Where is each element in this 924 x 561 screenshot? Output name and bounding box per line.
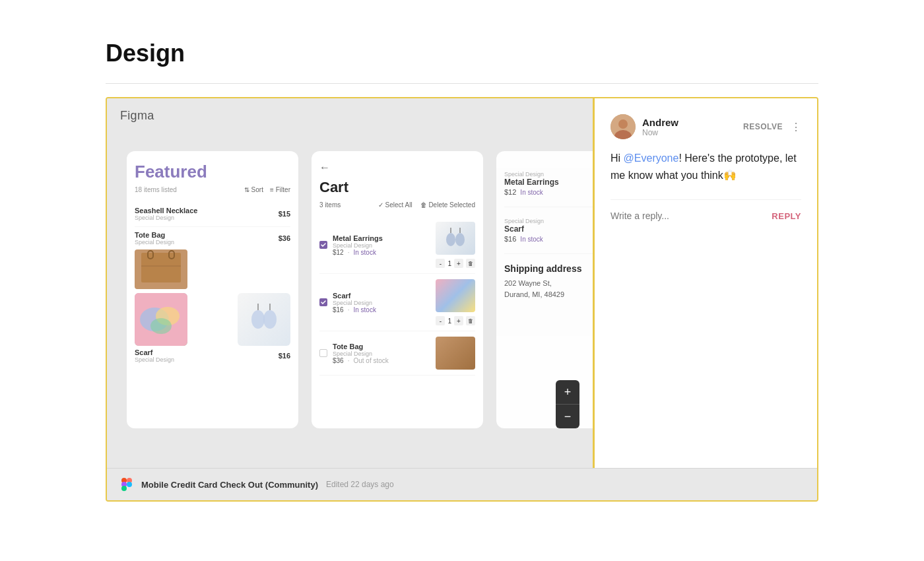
cart-item-price-row-tote: $36 · Out of stock <box>333 357 430 364</box>
comment-author-section: Andrew Now <box>610 114 678 139</box>
qty-value-earrings: 1 <box>447 260 451 267</box>
earrings-cart-image <box>436 222 475 255</box>
partial-item-earrings: Special Design Metal Earrings $12 In sto… <box>504 160 593 207</box>
qty-minus-earrings[interactable]: - <box>436 259 445 268</box>
shipping-title: Shipping address <box>504 263 593 274</box>
partial-name-scarf: Scarf <box>504 224 544 234</box>
author-name: Andrew <box>642 117 678 128</box>
product-info-necklace: Seashell Necklace Special Design <box>135 207 197 221</box>
cart-item-earrings: Metal Earrings Special Design $12 · In s… <box>319 216 475 274</box>
qty-plus-earrings[interactable]: + <box>454 259 463 268</box>
card-top: Figma Featured 18 items listed ⇅ Sort <box>107 98 817 468</box>
svg-point-13 <box>446 233 455 246</box>
svg-point-14 <box>455 233 465 246</box>
comment-mention[interactable]: @Everyone <box>624 152 679 164</box>
product-name-necklace: Seashell Necklace <box>135 207 197 214</box>
shipping-section: Shipping address 202 Wayne St, Durand, M… <box>504 254 593 309</box>
cart-back-icon[interactable]: ← <box>319 162 475 174</box>
comment-header: Andrew Now RESOLVE ⋮ <box>610 114 801 139</box>
svg-rect-1 <box>141 253 181 282</box>
partial-brand-scarf: Special Design <box>504 218 544 224</box>
filter-icon: ≡ <box>270 186 274 193</box>
cart-item-details-scarf: Scarf Special Design $16 · In stock <box>333 292 430 314</box>
cart-count: 3 items <box>319 201 341 209</box>
featured-actions: ⇅ Sort ≡ Filter <box>244 186 290 193</box>
partial-item-scarf: Special Design Scarf $16 In stock <box>504 207 593 254</box>
cart-checkbox-tote[interactable] <box>319 349 327 357</box>
figma-file-icon <box>120 478 133 491</box>
delete-selected-button[interactable]: 🗑 Delete Selected <box>420 201 475 209</box>
comment-body: Hi @Everyone! Here's the prototype, let … <box>610 150 801 183</box>
zoom-out-button[interactable]: − <box>556 405 579 428</box>
cart-item-stock-earrings: In stock <box>353 249 376 256</box>
product-tag-tote: Special Design <box>135 239 174 246</box>
footer-edit: Edited 22 days ago <box>326 480 394 489</box>
cart-item-stock-tote: Out of stock <box>353 357 388 364</box>
figma-area[interactable]: Figma Featured 18 items listed ⇅ Sort <box>107 98 593 468</box>
svg-point-10 <box>263 310 277 329</box>
avatar <box>610 114 636 139</box>
sort-icon: ⇅ <box>244 186 249 193</box>
qty-minus-scarf[interactable]: - <box>436 316 445 325</box>
svg-point-28 <box>127 482 132 487</box>
sort-button[interactable]: ⇅ Sort <box>244 186 263 193</box>
figma-label: Figma <box>120 109 154 123</box>
product-row-necklace: Seashell Necklace Special Design $15 <box>135 201 290 227</box>
main-card: Figma Featured 18 items listed ⇅ Sort <box>106 97 818 502</box>
cart-item-name-earrings: Metal Earrings <box>333 234 430 242</box>
product-row-tote: Tote Bag Special Design $36 <box>135 231 290 289</box>
tote-cart-image <box>436 337 475 370</box>
comment-actions: RESOLVE ⋮ <box>743 121 801 133</box>
screen-featured[interactable]: Featured 18 items listed ⇅ Sort ≡ F <box>127 151 298 428</box>
cart-item-price-scarf: $16 <box>333 306 344 314</box>
product-name-tote: Tote Bag <box>135 231 174 239</box>
cart-item-price-row-earrings: $12 · In stock <box>333 249 430 256</box>
cart-item-brand-scarf: Special Design <box>333 300 430 306</box>
svg-point-8 <box>150 318 172 334</box>
cart-qty-scarf: - 1 + 🗑 <box>436 316 475 325</box>
product-price-necklace: $15 <box>279 210 290 218</box>
cart-checkbox-scarf[interactable] <box>319 298 327 306</box>
partial-name-earrings: Metal Earrings <box>504 178 559 187</box>
cart-item-price-tote: $36 <box>333 357 344 364</box>
partial-stock-scarf: In stock <box>520 236 543 243</box>
product-tag-scarf: Special Design <box>135 356 174 363</box>
featured-title: Featured <box>135 162 290 182</box>
svg-point-9 <box>251 310 265 329</box>
reply-input[interactable] <box>610 211 772 221</box>
partial-item-info-scarf: Special Design Scarf $16 In stock <box>504 218 544 243</box>
page-title: Design <box>106 40 818 67</box>
partial-price-earrings: $12 <box>504 188 516 196</box>
qty-value-scarf: 1 <box>447 317 451 325</box>
product-row-scarf: Scarf Special Design $16 <box>135 293 290 363</box>
cart-item-name-tote: Tote Bag <box>333 343 430 350</box>
delete-earrings[interactable]: 🗑 <box>466 259 475 268</box>
cart-item-price-row-scarf: $16 · In stock <box>333 306 430 314</box>
comment-panel: Andrew Now RESOLVE ⋮ Hi @Everyone! Here'… <box>593 98 817 468</box>
product-price-tote: $36 <box>279 234 290 242</box>
product-info-scarf: Scarf Special Design <box>135 348 174 363</box>
delete-scarf[interactable]: 🗑 <box>466 316 475 325</box>
comment-prefix: Hi <box>610 152 624 164</box>
cart-item-tote: Tote Bag Special Design $36 · Out of sto… <box>319 331 475 376</box>
featured-count: 18 items listed <box>135 186 177 193</box>
product-info-tote: Tote Bag Special Design <box>135 231 174 246</box>
cart-checkbox-earrings[interactable] <box>319 241 327 249</box>
zoom-in-button[interactable]: + <box>556 380 579 404</box>
cart-qty-earrings: - 1 + 🗑 <box>436 259 475 268</box>
resolve-button[interactable]: RESOLVE <box>743 122 783 131</box>
more-menu-button[interactable]: ⋮ <box>791 121 801 133</box>
reply-button[interactable]: REPLY <box>772 211 801 221</box>
footer-title: Mobile Credit Card Check Out (Community) <box>141 480 318 490</box>
reply-area: REPLY <box>610 199 801 221</box>
cart-meta: 3 items ✓ Select All 🗑 Delete Selected <box>319 201 475 209</box>
select-all-button[interactable]: ✓ Select All <box>378 201 412 209</box>
cart-title: Cart <box>319 179 475 196</box>
screen-cart[interactable]: ← Cart 3 items ✓ Select All 🗑 Delete Sel… <box>312 151 483 428</box>
cart-item-brand-tote: Special Design <box>333 350 430 357</box>
tote-image <box>135 249 187 289</box>
qty-plus-scarf[interactable]: + <box>454 316 463 325</box>
scarf-cart-image <box>436 279 475 312</box>
figma-screens: Featured 18 items listed ⇅ Sort ≡ F <box>127 151 573 428</box>
filter-button[interactable]: ≡ Filter <box>270 186 290 193</box>
